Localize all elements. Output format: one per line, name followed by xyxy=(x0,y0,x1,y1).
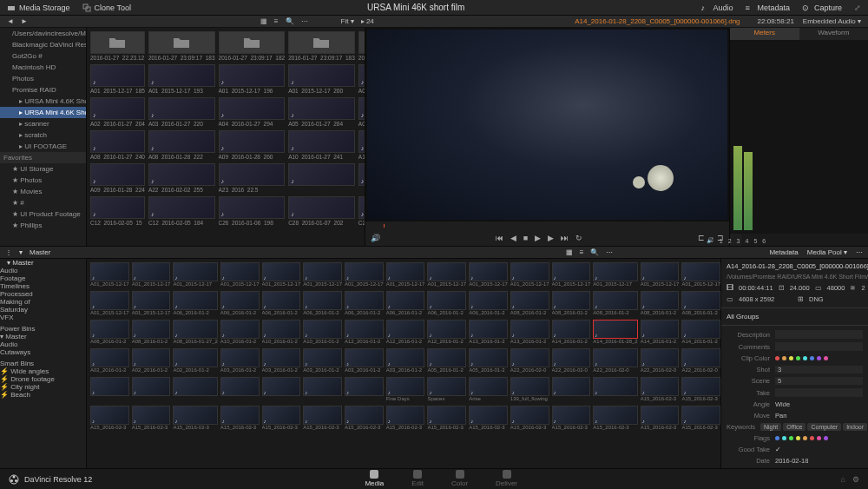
pool-clip[interactable]: ♪A01_2015-12-17 xyxy=(386,262,425,288)
storage-clip[interactable]: ♪A23_2016_22.5 xyxy=(219,163,286,193)
pool-clip[interactable]: ♪A12_2016-01-2 xyxy=(386,320,425,346)
volume-item[interactable]: Macintosh HD xyxy=(0,62,86,73)
pool-clip[interactable]: ♪A05_2016-01-2 xyxy=(427,348,466,374)
bin-item[interactable]: Timelines xyxy=(0,282,86,290)
metadata-source-dropdown[interactable]: Media Pool ▾ xyxy=(807,248,847,256)
storage-clip[interactable]: ♪A11_2016-01-27_249 xyxy=(358,130,365,160)
pool-clip[interactable]: ♪A03_2016-01-2 xyxy=(386,348,425,374)
folder-item[interactable]: ▸ URSA Mini 4.6K Short Film xyxy=(0,96,86,107)
expand-icon[interactable]: ⤢ xyxy=(854,3,861,12)
pool-clip[interactable]: ♪A06_2016-01-2 xyxy=(173,291,217,317)
pool-clip[interactable]: ♪A03_2016-01-2 xyxy=(303,348,342,374)
search-icon[interactable]: 🔍 xyxy=(286,17,294,25)
pool-clip[interactable]: ♪A02_2016-01-2 xyxy=(90,348,129,374)
pool-clip[interactable]: ♪A15_2016-02-3 xyxy=(303,406,342,432)
storage-browser[interactable]: 2016-01-27_22.23.122016-01-27_23:09:17_1… xyxy=(87,28,365,246)
pool-clip[interactable]: ♪A15_2016-02-3 xyxy=(345,406,384,432)
page-deliver[interactable]: Deliver xyxy=(490,468,523,489)
mute-icon[interactable]: 🔊 xyxy=(707,237,714,244)
pool-clip[interactable]: ♪A03_2016-01-2 xyxy=(262,348,301,374)
smart-bin-item[interactable]: ⚡ City night xyxy=(0,383,86,391)
pool-clip[interactable]: ♪A03_2016-01-2 xyxy=(220,348,260,374)
viewer-screen[interactable] xyxy=(367,30,727,220)
pool-clip[interactable]: ♪A01_2015-12-17 xyxy=(510,262,549,288)
storage-clip[interactable]: ♪A05_2016-01-27_284 xyxy=(288,97,355,127)
pool-clip[interactable]: ♪ xyxy=(593,377,637,403)
pool-clip[interactable]: ♪ xyxy=(132,377,171,403)
settings-gear-icon[interactable]: ⚙ xyxy=(852,475,859,484)
nav-fwd-icon[interactable]: ► xyxy=(21,17,28,25)
smart-bin-item[interactable]: ⚡ Wide angles xyxy=(0,367,86,375)
pool-clip[interactable]: ♪A15_2016-02-3 xyxy=(510,406,549,432)
pool-clip[interactable]: ♪A01_2015-12-17 xyxy=(593,262,637,288)
pool-clip[interactable]: ♪A22_2016-02-0 xyxy=(593,348,637,374)
pool-clip[interactable]: ♪A01_2015-12-17 xyxy=(427,262,466,288)
storage-clip[interactable]: ♪A06_2016-01-27_270 xyxy=(358,97,365,127)
master-bin[interactable]: ▾ Master xyxy=(0,259,86,267)
power-bin-item[interactable]: Audio xyxy=(0,340,86,348)
pool-clip[interactable]: ♪A08_2016-01-2 xyxy=(681,291,720,317)
storage-clip[interactable]: ♪C29_2016-01-08_20 xyxy=(358,196,365,226)
pool-clip[interactable]: ♪A15_2016-02-3 xyxy=(173,406,217,432)
fps-field[interactable]: ▸ 24 xyxy=(361,17,374,25)
bin-item[interactable]: Processed xyxy=(0,290,86,298)
favorite-item[interactable]: ★ # xyxy=(0,197,86,208)
smart-bin-item[interactable]: ⚡ Drone footage xyxy=(0,375,86,383)
volume-item[interactable]: Got2Go # xyxy=(0,50,86,62)
pool-clip[interactable]: ♪A15_2016-02-3 xyxy=(641,406,680,432)
step-fwd-icon[interactable]: ▶ xyxy=(548,234,554,242)
storage-clip[interactable]: ♪A08_2016-01-27_240 xyxy=(90,130,145,160)
volume-item[interactable]: Blackmagic DaVinci Resolve S xyxy=(0,39,86,50)
pool-clip[interactable]: ♪A14_2016-01-28_2 xyxy=(593,320,637,346)
pool-clip[interactable]: ♪A03_2016-01-2 xyxy=(345,348,384,374)
storage-clip[interactable]: ♪A01_2015-12-17_185 xyxy=(90,64,145,94)
take-field[interactable] xyxy=(775,388,863,397)
bin-item[interactable]: Audio xyxy=(0,267,86,274)
pool-clip[interactable]: ♪A08_2016-01-2 xyxy=(552,291,591,317)
pool-clip[interactable]: ♪ xyxy=(220,377,260,403)
power-bin-item[interactable]: ▾ Master xyxy=(0,333,86,340)
pool-clip[interactable]: ♪A13_2016-01-2 xyxy=(469,320,508,346)
angle-field[interactable]: Wide xyxy=(775,400,863,408)
folder-item[interactable]: ▸ URSA Mini 4.6K Short Film A xyxy=(0,107,86,118)
scene-field[interactable]: 5 xyxy=(775,377,863,385)
flags-picker[interactable] xyxy=(775,436,828,440)
storage-clip[interactable]: ♪A08_2016-01-28_222 xyxy=(148,130,215,160)
clone-tool-toggle[interactable]: Clone Tool xyxy=(82,3,131,12)
clip-color-picker[interactable] xyxy=(775,356,828,360)
pool-clip[interactable]: ♪A01_2015-12-17 xyxy=(345,262,384,288)
storage-clip[interactable]: ♪C12_2016-02-05_184 xyxy=(148,196,215,226)
pool-clip[interactable]: ♪A12_2016-01-2 xyxy=(345,320,384,346)
pool-clip[interactable]: ♪A01_2015-12-17 xyxy=(90,262,129,288)
storage-clip[interactable]: ♪ xyxy=(288,163,355,193)
audio-toggle[interactable]: ♪Audio xyxy=(700,3,733,12)
pool-clip[interactable]: ♪ xyxy=(173,377,217,403)
storage-clip[interactable]: ♪A01_2015-12-17_180 xyxy=(358,64,365,94)
pool-clip[interactable]: ♪ xyxy=(262,377,301,403)
storage-clip[interactable]: ♪A22_2016-02-02_255 xyxy=(148,163,215,193)
meta-groups[interactable]: All Groups xyxy=(721,311,868,322)
pool-clip[interactable]: ♪A02_2016-01-2 xyxy=(132,348,171,374)
pool-clip[interactable]: ♪A14_2016-01-2 xyxy=(552,320,591,346)
pool-clip[interactable]: ♪A01_2015-12-17 xyxy=(552,262,591,288)
storage-clip[interactable]: ♪A10_2016-01-27_241 xyxy=(288,130,355,160)
pool-clip[interactable]: ♪A15_2016-02-3 xyxy=(681,406,720,432)
pool-clip[interactable]: ♪A15_2016-02-3 xyxy=(469,406,508,432)
volume-item[interactable]: /Users/davinciresolve/Movies xyxy=(0,28,86,39)
storage-clip[interactable]: 2016-01-27_23:09:17_182 xyxy=(219,31,286,61)
pool-clip[interactable]: ♪A08_2016-01-2 xyxy=(593,291,637,317)
storage-clip[interactable]: 2016-01-27_23:09:17_183 xyxy=(358,31,365,61)
folder-item[interactable]: ▸ scanner xyxy=(0,118,86,129)
play-icon[interactable]: ▶ xyxy=(535,234,541,242)
storage-clip[interactable]: ♪A01_2015-12-17_200 xyxy=(288,64,355,94)
pool-clip[interactable]: ♪139_full_flowing xyxy=(510,377,549,403)
loop-icon[interactable]: ↻ xyxy=(575,234,582,242)
pool-clip[interactable]: ♪A05_2016-01-2 xyxy=(469,348,508,374)
menu-icon[interactable]: ⋯ xyxy=(301,17,308,25)
storage-clip[interactable]: ♪ xyxy=(358,163,365,193)
storage-clip[interactable]: ♪C12_2016-02-05_15 xyxy=(90,196,145,226)
pool-clip[interactable]: ♪ xyxy=(90,377,129,403)
bin-item[interactable]: VFX xyxy=(0,314,86,321)
pool-clip[interactable]: ♪Spaces xyxy=(427,377,466,403)
storage-clip[interactable]: 2016-01-27_23:09:17_183 xyxy=(148,31,215,61)
